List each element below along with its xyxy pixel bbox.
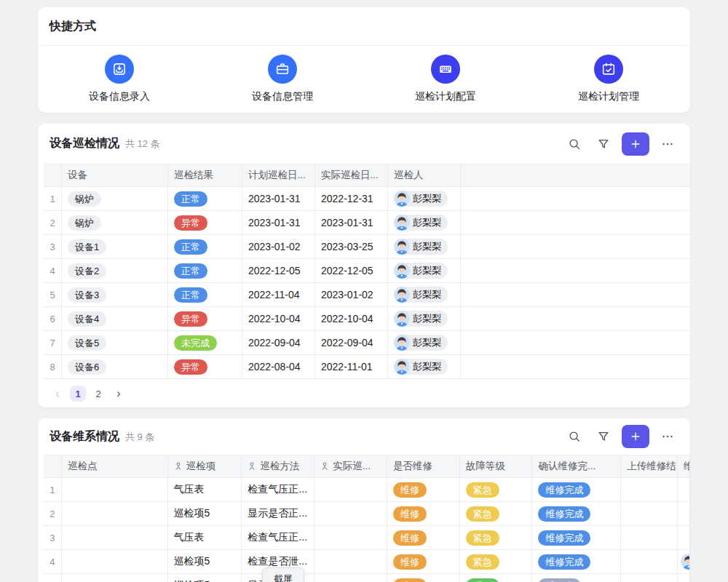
column-header-actual[interactable]: 实际巡检日... bbox=[315, 164, 388, 186]
cell-confirm[interactable]: 维修完成 bbox=[532, 502, 621, 525]
cell-planned[interactable]: 2023-01-31 bbox=[242, 211, 315, 234]
cell-actual[interactable]: 2022-09-04 bbox=[315, 331, 388, 354]
cell-repair[interactable]: 维修 bbox=[387, 526, 460, 549]
table-row[interactable]: 1气压表检查气压正...维修紧急维修完成 bbox=[44, 478, 690, 502]
cell-actualIns[interactable] bbox=[314, 502, 387, 525]
pagination-page-2[interactable]: 2 bbox=[90, 386, 106, 402]
cell-result[interactable]: 正常 bbox=[168, 259, 242, 282]
cell-repair[interactable]: 维修 bbox=[387, 550, 460, 573]
table-row[interactable]: 1锅炉正常2023-01-312022-12-31彭梨梨 bbox=[44, 187, 690, 211]
cell-device[interactable]: 设备4 bbox=[62, 307, 168, 330]
cell-level[interactable]: 紧急 bbox=[460, 478, 533, 501]
table-row[interactable]: 4设备2正常2022-12-052022-12-05彭梨梨 bbox=[44, 259, 690, 283]
column-header-point[interactable]: 巡检点 bbox=[62, 455, 168, 477]
cell-planned[interactable]: 2022-08-04 bbox=[242, 355, 315, 378]
filter-icon[interactable] bbox=[593, 133, 614, 155]
column-header-item[interactable]: 巡检项 bbox=[168, 455, 242, 477]
cell-item[interactable]: 气压表 bbox=[168, 478, 242, 501]
cell-device[interactable]: 设备1 bbox=[62, 235, 168, 258]
cell-result[interactable]: 异常 bbox=[168, 355, 242, 378]
cell-inspector[interactable]: 彭梨梨 bbox=[388, 331, 461, 354]
cell-level[interactable]: 重要 bbox=[460, 574, 533, 582]
cell-point[interactable] bbox=[62, 478, 168, 501]
filter-icon[interactable] bbox=[593, 426, 614, 447]
cell-actual[interactable]: 2022-12-31 bbox=[315, 187, 388, 210]
cell-actual[interactable]: 2023-01-02 bbox=[315, 283, 388, 306]
column-header-actualIns[interactable]: 实际巡... bbox=[314, 455, 387, 477]
cell-confirm[interactable]: 维修中 bbox=[532, 574, 621, 582]
column-header-planned[interactable]: 计划巡检日... bbox=[242, 164, 315, 186]
cell-level[interactable]: 紧急 bbox=[460, 502, 533, 525]
table-row[interactable]: 4巡检项5检查是否泄...维修紧急维修完成 bbox=[44, 550, 690, 574]
cell-point[interactable] bbox=[62, 526, 168, 549]
cell-device[interactable]: 锅炉 bbox=[62, 211, 168, 234]
table-row[interactable]: 3气压表检查气压正...维修紧急维修完成 bbox=[44, 526, 690, 550]
cell-upload[interactable] bbox=[621, 526, 678, 549]
cell-inspector[interactable]: 彭梨梨 bbox=[388, 211, 461, 234]
column-header-repair[interactable]: 是否维修 bbox=[387, 455, 460, 477]
cell-result[interactable]: 异常 bbox=[168, 211, 242, 234]
cell-actual[interactable]: 2022-10-04 bbox=[315, 307, 388, 330]
column-header-device[interactable]: 设备 bbox=[62, 164, 168, 186]
cell-point[interactable] bbox=[62, 550, 168, 573]
cell-planned[interactable]: 2023-01-31 bbox=[242, 187, 315, 210]
column-header-confirm[interactable]: 确认维修完... bbox=[532, 455, 621, 477]
column-header-clip[interactable]: 维 bbox=[678, 455, 690, 477]
table-row[interactable]: 5设备3正常2022-11-042023-01-02彭梨梨 bbox=[44, 283, 690, 307]
cell-item[interactable]: 气压表 bbox=[168, 526, 242, 549]
cell-result[interactable]: 正常 bbox=[168, 187, 242, 210]
cell-repair[interactable]: 维修 bbox=[387, 478, 460, 501]
cell-planned[interactable]: 2022-10-04 bbox=[242, 307, 315, 330]
column-header-level[interactable]: 故障等级 bbox=[460, 455, 533, 477]
cell-clip[interactable] bbox=[678, 574, 690, 582]
cell-confirm[interactable]: 维修完成 bbox=[532, 526, 621, 549]
table-row[interactable]: 2锅炉异常2023-01-312023-01-31彭梨梨 bbox=[44, 211, 690, 235]
cell-inspector[interactable]: 彭梨梨 bbox=[388, 187, 461, 210]
cell-item[interactable]: 巡检项5 bbox=[168, 502, 242, 525]
cell-inspector[interactable]: 彭梨梨 bbox=[388, 259, 461, 282]
table-row[interactable]: 3设备1正常2023-01-022023-03-25彭梨梨 bbox=[44, 235, 690, 259]
cell-actual[interactable]: 2023-01-31 bbox=[315, 211, 388, 234]
table-row[interactable]: 6设备4异常2022-10-042022-10-04彭梨梨 bbox=[44, 307, 690, 331]
add-record-button[interactable] bbox=[622, 425, 649, 448]
cell-upload[interactable] bbox=[621, 478, 678, 501]
cell-planned[interactable]: 2022-11-04 bbox=[242, 283, 315, 306]
column-header-inspector[interactable]: 巡检人 bbox=[388, 164, 461, 186]
cell-inspector[interactable]: 彭梨梨 bbox=[388, 355, 461, 378]
cell-repair[interactable]: 维修 bbox=[387, 574, 460, 582]
cell-upload[interactable] bbox=[621, 574, 678, 582]
cell-confirm[interactable]: 维修完成 bbox=[532, 550, 621, 573]
more-icon[interactable] bbox=[657, 133, 678, 155]
cell-inspector[interactable]: 彭梨梨 bbox=[388, 307, 461, 330]
pagination-next[interactable]: › bbox=[111, 386, 127, 402]
cell-confirm[interactable]: 维修完成 bbox=[532, 478, 621, 501]
cell-item[interactable]: 巡检项5 bbox=[168, 550, 242, 573]
add-record-button[interactable] bbox=[622, 132, 649, 156]
cell-upload[interactable] bbox=[621, 502, 678, 525]
cell-method[interactable]: 显示是否正... bbox=[242, 502, 314, 525]
cell-result[interactable]: 正常 bbox=[168, 283, 242, 306]
cell-inspector[interactable]: 彭梨梨 bbox=[388, 283, 461, 306]
cell-planned[interactable]: 2022-09-04 bbox=[242, 331, 315, 354]
cell-result[interactable]: 异常 bbox=[168, 307, 242, 330]
cell-device[interactable]: 锅炉 bbox=[62, 187, 168, 210]
shortcut-item-0[interactable]: 设备信息录入 bbox=[76, 55, 163, 103]
cell-actualIns[interactable] bbox=[314, 574, 387, 582]
cell-method[interactable]: 检查气压正... bbox=[242, 526, 314, 549]
cell-upload[interactable] bbox=[621, 550, 678, 573]
cell-device[interactable]: 设备6 bbox=[62, 355, 168, 378]
table-row[interactable]: 7设备5未完成2022-09-042022-09-04彭梨梨 bbox=[44, 331, 690, 355]
column-header-method[interactable]: 巡检方法 bbox=[242, 455, 314, 477]
cell-point[interactable] bbox=[62, 574, 168, 582]
table-row[interactable]: 8设备6异常2022-08-042022-11-01彭梨梨 bbox=[44, 355, 690, 379]
cell-item[interactable]: 巡检项5 bbox=[168, 574, 242, 582]
table-row[interactable]: 2巡检项5显示是否正...维修紧急维修完成 bbox=[44, 502, 690, 526]
cell-inspector[interactable]: 彭梨梨 bbox=[388, 235, 461, 258]
cell-clip[interactable] bbox=[678, 526, 690, 549]
shortcut-item-2[interactable]: 巡检计划配置 bbox=[402, 55, 489, 103]
shortcut-item-3[interactable]: 巡检计划管理 bbox=[565, 55, 652, 103]
cell-point[interactable] bbox=[62, 502, 168, 525]
cell-actualIns[interactable] bbox=[314, 478, 387, 501]
cell-actual[interactable]: 2022-12-05 bbox=[315, 259, 388, 282]
shortcut-item-1[interactable]: 设备信息管理 bbox=[239, 55, 326, 103]
